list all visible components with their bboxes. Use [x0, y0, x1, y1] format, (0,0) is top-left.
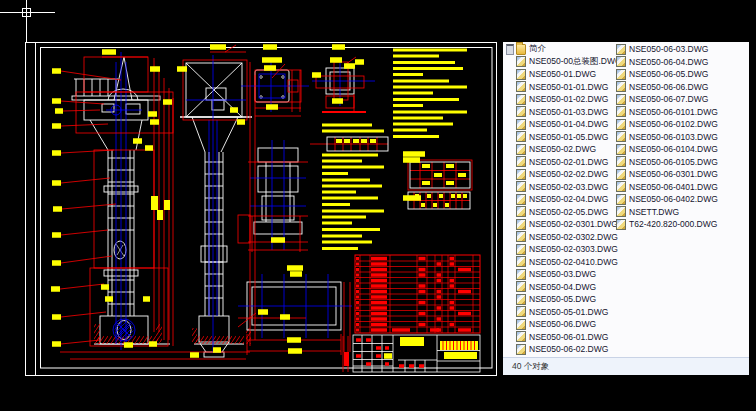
file-name: NSE050-02-0303.DWG [529, 244, 618, 254]
file-item[interactable]: NSE050-06.DWG [516, 318, 622, 331]
file-name: NSE050-06-0102.DWG [629, 119, 718, 129]
file-item[interactable]: NSE050-06-0401.DWG [616, 181, 718, 194]
file-name: NSE050-06-0401.DWG [629, 182, 718, 192]
dwg-file-icon [616, 44, 626, 55]
dwg-file-icon [516, 131, 526, 142]
file-list-column-1: 简介 NSE050-00总装图.DWG NSE050-01.DWG NSE050… [516, 43, 622, 356]
file-item[interactable]: NSE050-06-0104.DWG [616, 143, 718, 156]
file-item[interactable]: NSE050-06-0402.DWG [616, 193, 718, 206]
file-item[interactable]: NSE050-03.DWG [516, 268, 622, 281]
folder-icon [516, 44, 526, 55]
file-name: NSE050-06-0402.DWG [629, 194, 718, 204]
dwg-file-icon [616, 56, 626, 67]
file-item[interactable]: NSE050-01-05.DWG [516, 131, 622, 144]
file-item[interactable]: NSE050-06-01.DWG [516, 331, 622, 344]
dwg-file-icon [516, 344, 526, 355]
file-item[interactable]: NSE050-06-0105.DWG [616, 156, 718, 169]
dwg-file-icon [516, 206, 526, 217]
file-item[interactable]: NSE050-02-0410.DWG [516, 256, 622, 269]
file-item[interactable]: 简介 [516, 43, 622, 56]
dwg-file-icon [516, 56, 526, 67]
file-item[interactable]: NSE050-02-0301.DWG [516, 218, 622, 231]
file-name: NSE050-05-01.DWG [529, 307, 608, 317]
file-item[interactable]: NSE050-06-0101.DWG [616, 106, 718, 119]
file-item[interactable]: NSE050-02-0302.DWG [516, 231, 622, 244]
file-item[interactable]: NSE050-06-0301.DWG [616, 168, 718, 181]
dwg-file-icon [516, 306, 526, 317]
file-item[interactable]: NSE050-01-04.DWG [516, 118, 622, 131]
file-item[interactable]: T62-420.820-000.DWG [616, 218, 718, 231]
file-item[interactable]: NSE050-06-02.DWG [516, 343, 622, 356]
dwg-file-icon [616, 181, 626, 192]
file-item[interactable]: NSE050-02-04.DWG [516, 193, 622, 206]
file-name: NSE050-01-01.DWG [529, 82, 608, 92]
file-name: NSE050-06-0101.DWG [629, 107, 718, 117]
file-name: NSE050-06.DWG [529, 319, 596, 329]
dwg-file-icon [516, 144, 526, 155]
file-name: NSE050-05.DWG [529, 294, 596, 304]
top-view-b [312, 60, 375, 106]
file-item[interactable]: NSE050-06-07.DWG [616, 93, 718, 106]
file-name: NSETT.DWG [629, 207, 679, 217]
dwg-file-icon [516, 256, 526, 267]
file-item[interactable]: NSE050-02-01.DWG [516, 156, 622, 169]
file-name: NSE050-06-02.DWG [529, 344, 608, 354]
object-count: 40 个对象 [512, 361, 549, 371]
leader-labels [51, 47, 425, 356]
section-detail-view [250, 140, 306, 250]
file-item[interactable]: NSE050-06-03.DWG [616, 43, 718, 56]
file-item[interactable]: NSE050-01-01.DWG [516, 81, 622, 94]
file-name: NSE050-04.DWG [529, 282, 596, 292]
dwg-file-icon [616, 194, 626, 205]
file-item[interactable]: NSE050-02.DWG [516, 143, 622, 156]
dwg-file-icon [516, 319, 526, 330]
dwg-file-icon [616, 106, 626, 117]
file-name: NSE050-02-04.DWG [529, 194, 608, 204]
file-item[interactable]: NSE050-02-02.DWG [516, 168, 622, 181]
file-item[interactable]: NSE050-01-02.DWG [516, 93, 622, 106]
file-item[interactable]: NSE050-01-03.DWG [516, 106, 622, 119]
list-anchor-icon [506, 44, 514, 55]
file-item[interactable]: NSE050-02-0303.DWG [516, 243, 622, 256]
file-item[interactable]: NSE050-04.DWG [516, 281, 622, 294]
elevator-side-view [180, 63, 252, 357]
file-name: NSE050-01.DWG [529, 69, 596, 79]
cad-canvas[interactable] [0, 0, 505, 411]
file-name: NSE050-06-0301.DWG [629, 169, 718, 179]
dwg-file-icon [616, 144, 626, 155]
dwg-file-icon [516, 181, 526, 192]
file-name: NSE050-06-0104.DWG [629, 144, 718, 154]
file-item[interactable]: NSE050-02-05.DWG [516, 206, 622, 219]
notes-list-center [322, 125, 384, 249]
file-item[interactable]: NSE050-05.DWG [516, 293, 622, 306]
file-item[interactable]: NSE050-05-01.DWG [516, 306, 622, 319]
file-name: NSE050-06-04.DWG [629, 57, 708, 67]
file-name: NSE050-01-03.DWG [529, 107, 608, 117]
file-name: NSE050-01-05.DWG [529, 132, 608, 142]
dwg-file-icon [616, 156, 626, 167]
dwg-file-icon [516, 219, 526, 230]
file-item[interactable]: NSE050-00总装图.DWG [516, 56, 622, 69]
dwg-file-icon [516, 269, 526, 280]
file-item[interactable]: NSE050-01.DWG [516, 68, 622, 81]
dwg-file-icon [516, 331, 526, 342]
file-item[interactable]: NSE050-06-0103.DWG [616, 131, 718, 144]
file-item[interactable]: NSE050-06-05.DWG [616, 68, 718, 81]
dwg-file-icon [516, 231, 526, 242]
file-item[interactable]: NSE050-06-04.DWG [616, 56, 718, 69]
dwg-file-icon [616, 69, 626, 80]
dwg-file-icon [516, 81, 526, 92]
dwg-file-icon [516, 194, 526, 205]
file-name: NSE050-06-0105.DWG [629, 157, 718, 167]
file-name: NSE050-02-0410.DWG [529, 257, 618, 267]
file-name: NSE050-02-02.DWG [529, 169, 608, 179]
file-name: NSE050-06-01.DWG [529, 332, 608, 342]
notes-list-right [393, 50, 467, 137]
file-item[interactable]: NSETT.DWG [616, 206, 718, 219]
file-item[interactable]: NSE050-02-03.DWG [516, 181, 622, 194]
file-item[interactable]: NSE050-06-0102.DWG [616, 118, 718, 131]
dwg-file-icon [516, 169, 526, 180]
file-name: NSE050-06-05.DWG [629, 69, 708, 79]
dwg-file-icon [616, 169, 626, 180]
file-item[interactable]: NSE050-06-06.DWG [616, 81, 718, 94]
